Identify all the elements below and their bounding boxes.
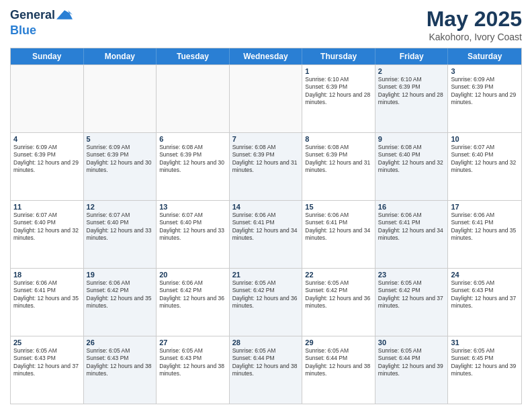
calendar: SundayMondayTuesdayWednesdayThursdayFrid… xyxy=(10,48,522,404)
day-info: Sunrise: 6:06 AM Sunset: 6:41 PM Dayligh… xyxy=(13,279,81,310)
day-header-friday: Friday xyxy=(375,48,449,64)
empty-cell-r0c1 xyxy=(84,65,157,132)
day-number: 29 xyxy=(305,338,372,347)
day-cell-9: 9Sunrise: 6:08 AM Sunset: 6:40 PM Daylig… xyxy=(375,133,449,200)
day-info: Sunrise: 6:09 AM Sunset: 6:39 PM Dayligh… xyxy=(13,144,81,175)
calendar-header: SundayMondayTuesdayWednesdayThursdayFrid… xyxy=(11,48,521,64)
day-cell-27: 27Sunrise: 6:05 AM Sunset: 6:43 PM Dayli… xyxy=(157,336,230,404)
day-info: Sunrise: 6:10 AM Sunset: 6:39 PM Dayligh… xyxy=(305,76,372,107)
svg-marker-0 xyxy=(56,10,73,19)
day-info: Sunrise: 6:05 AM Sunset: 6:43 PM Dayligh… xyxy=(13,347,81,378)
day-number: 13 xyxy=(159,203,226,211)
day-info: Sunrise: 6:08 AM Sunset: 6:40 PM Dayligh… xyxy=(378,144,445,175)
day-header-thursday: Thursday xyxy=(302,48,375,64)
day-cell-10: 10Sunrise: 6:07 AM Sunset: 6:40 PM Dayli… xyxy=(448,133,521,200)
day-number: 5 xyxy=(87,135,154,143)
day-cell-20: 20Sunrise: 6:06 AM Sunset: 6:42 PM Dayli… xyxy=(157,269,230,336)
day-cell-21: 21Sunrise: 6:05 AM Sunset: 6:42 PM Dayli… xyxy=(230,269,303,336)
day-number: 12 xyxy=(87,203,154,211)
day-info: Sunrise: 6:07 AM Sunset: 6:40 PM Dayligh… xyxy=(159,212,226,242)
day-cell-28: 28Sunrise: 6:05 AM Sunset: 6:44 PM Dayli… xyxy=(230,336,303,404)
day-info: Sunrise: 6:06 AM Sunset: 6:41 PM Dayligh… xyxy=(451,212,519,242)
day-info: Sunrise: 6:05 AM Sunset: 6:45 PM Dayligh… xyxy=(451,347,519,378)
day-info: Sunrise: 6:05 AM Sunset: 6:43 PM Dayligh… xyxy=(87,347,154,378)
day-number: 16 xyxy=(378,203,445,211)
day-number: 22 xyxy=(305,271,372,279)
day-cell-6: 6Sunrise: 6:08 AM Sunset: 6:39 PM Daylig… xyxy=(157,133,230,200)
day-number: 14 xyxy=(232,203,300,211)
day-cell-17: 17Sunrise: 6:06 AM Sunset: 6:41 PM Dayli… xyxy=(448,201,521,268)
day-info: Sunrise: 6:08 AM Sunset: 6:39 PM Dayligh… xyxy=(232,144,300,175)
day-header-sunday: Sunday xyxy=(11,48,84,64)
day-number: 28 xyxy=(232,338,300,347)
day-info: Sunrise: 6:07 AM Sunset: 6:40 PM Dayligh… xyxy=(87,212,154,242)
day-info: Sunrise: 6:08 AM Sunset: 6:39 PM Dayligh… xyxy=(159,144,226,175)
day-number: 10 xyxy=(451,135,519,143)
day-number: 31 xyxy=(451,338,519,347)
day-cell-26: 26Sunrise: 6:05 AM Sunset: 6:43 PM Dayli… xyxy=(84,336,157,404)
day-cell-24: 24Sunrise: 6:05 AM Sunset: 6:43 PM Dayli… xyxy=(448,269,521,336)
day-number: 30 xyxy=(378,338,445,347)
day-info: Sunrise: 6:08 AM Sunset: 6:39 PM Dayligh… xyxy=(305,144,372,175)
calendar-row-3: 11Sunrise: 6:07 AM Sunset: 6:40 PM Dayli… xyxy=(11,200,521,268)
day-header-monday: Monday xyxy=(84,48,157,64)
day-number: 26 xyxy=(87,338,154,347)
day-info: Sunrise: 6:05 AM Sunset: 6:44 PM Dayligh… xyxy=(305,347,372,378)
day-header-wednesday: Wednesday xyxy=(230,48,303,64)
day-number: 20 xyxy=(159,271,226,279)
day-cell-18: 18Sunrise: 6:06 AM Sunset: 6:41 PM Dayli… xyxy=(11,269,84,336)
calendar-row-2: 4Sunrise: 6:09 AM Sunset: 6:39 PM Daylig… xyxy=(11,132,521,200)
day-info: Sunrise: 6:06 AM Sunset: 6:41 PM Dayligh… xyxy=(378,212,445,242)
day-cell-12: 12Sunrise: 6:07 AM Sunset: 6:40 PM Dayli… xyxy=(84,201,157,268)
day-cell-8: 8Sunrise: 6:08 AM Sunset: 6:39 PM Daylig… xyxy=(302,133,375,200)
day-number: 8 xyxy=(305,135,372,143)
day-info: Sunrise: 6:06 AM Sunset: 6:41 PM Dayligh… xyxy=(305,212,372,242)
calendar-row-1: 1Sunrise: 6:10 AM Sunset: 6:39 PM Daylig… xyxy=(11,64,521,132)
day-cell-19: 19Sunrise: 6:06 AM Sunset: 6:42 PM Dayli… xyxy=(84,269,157,336)
day-cell-29: 29Sunrise: 6:05 AM Sunset: 6:44 PM Dayli… xyxy=(302,336,375,404)
day-number: 25 xyxy=(13,338,81,347)
day-cell-23: 23Sunrise: 6:05 AM Sunset: 6:42 PM Dayli… xyxy=(375,269,449,336)
day-info: Sunrise: 6:07 AM Sunset: 6:40 PM Dayligh… xyxy=(13,212,81,242)
day-info: Sunrise: 6:05 AM Sunset: 6:44 PM Dayligh… xyxy=(232,347,300,378)
location: Kakohoro, Ivory Coast xyxy=(427,32,522,42)
day-info: Sunrise: 6:05 AM Sunset: 6:43 PM Dayligh… xyxy=(159,347,226,378)
day-info: Sunrise: 6:05 AM Sunset: 6:42 PM Dayligh… xyxy=(378,279,445,310)
day-cell-3: 3Sunrise: 6:09 AM Sunset: 6:39 PM Daylig… xyxy=(448,65,521,132)
day-info: Sunrise: 6:10 AM Sunset: 6:39 PM Dayligh… xyxy=(378,76,445,107)
day-header-saturday: Saturday xyxy=(448,48,521,64)
day-cell-13: 13Sunrise: 6:07 AM Sunset: 6:40 PM Dayli… xyxy=(157,201,230,268)
logo-icon xyxy=(56,7,73,23)
day-number: 1 xyxy=(305,67,372,75)
header: GeneralBlue May 2025 Kakohoro, Ivory Coa… xyxy=(10,7,522,42)
day-info: Sunrise: 6:05 AM Sunset: 6:44 PM Dayligh… xyxy=(378,347,445,378)
day-number: 9 xyxy=(378,135,445,143)
day-cell-2: 2Sunrise: 6:10 AM Sunset: 6:39 PM Daylig… xyxy=(375,65,449,132)
day-info: Sunrise: 6:06 AM Sunset: 6:41 PM Dayligh… xyxy=(232,212,300,242)
day-info: Sunrise: 6:05 AM Sunset: 6:42 PM Dayligh… xyxy=(305,279,372,310)
logo-blue: Blue xyxy=(10,24,36,37)
day-cell-4: 4Sunrise: 6:09 AM Sunset: 6:39 PM Daylig… xyxy=(11,133,84,200)
empty-cell-r0c2 xyxy=(157,65,230,132)
logo-text: GeneralBlue xyxy=(10,7,73,38)
day-number: 7 xyxy=(232,135,300,143)
day-info: Sunrise: 6:09 AM Sunset: 6:39 PM Dayligh… xyxy=(87,144,154,175)
empty-cell-r0c3 xyxy=(230,65,303,132)
day-number: 18 xyxy=(13,271,81,279)
day-number: 17 xyxy=(451,203,519,211)
day-info: Sunrise: 6:05 AM Sunset: 6:42 PM Dayligh… xyxy=(232,279,300,310)
day-number: 24 xyxy=(451,271,519,279)
title-area: May 2025 Kakohoro, Ivory Coast xyxy=(427,7,522,42)
day-cell-30: 30Sunrise: 6:05 AM Sunset: 6:44 PM Dayli… xyxy=(375,336,449,404)
day-cell-31: 31Sunrise: 6:05 AM Sunset: 6:45 PM Dayli… xyxy=(448,336,521,404)
day-info: Sunrise: 6:07 AM Sunset: 6:40 PM Dayligh… xyxy=(451,144,519,175)
day-header-tuesday: Tuesday xyxy=(157,48,230,64)
calendar-row-5: 25Sunrise: 6:05 AM Sunset: 6:43 PM Dayli… xyxy=(11,336,521,404)
day-cell-22: 22Sunrise: 6:05 AM Sunset: 6:42 PM Dayli… xyxy=(302,269,375,336)
day-cell-15: 15Sunrise: 6:06 AM Sunset: 6:41 PM Dayli… xyxy=(302,201,375,268)
day-number: 2 xyxy=(378,67,445,75)
day-number: 27 xyxy=(159,338,226,347)
day-number: 19 xyxy=(87,271,154,279)
calendar-body: 1Sunrise: 6:10 AM Sunset: 6:39 PM Daylig… xyxy=(11,64,521,404)
day-number: 11 xyxy=(13,203,81,211)
